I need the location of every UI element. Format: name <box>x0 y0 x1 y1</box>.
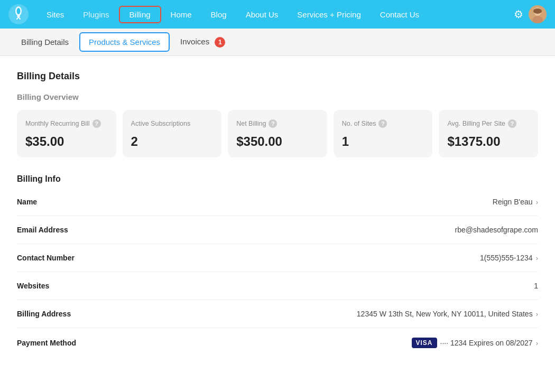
chevron-address-icon: › <box>536 310 538 318</box>
nav-right: ⚙ <box>514 5 547 23</box>
nav-about[interactable]: About Us <box>236 7 288 22</box>
chevron-payment-icon: › <box>536 339 538 347</box>
card-active-subs-label: Active Subscriptions <box>131 119 214 128</box>
info-value-websites: 1 <box>534 282 538 290</box>
payment-card-details: ···· 1234 Expires on 08/2027 <box>440 339 533 347</box>
page-title: Billing Details <box>17 71 538 82</box>
info-label-address: Billing Address <box>17 310 71 318</box>
info-value-contact: 1(555)555-1234 › <box>480 254 538 262</box>
info-label-contact: Contact Number <box>17 254 75 262</box>
billing-cards: Monthly Recurring Bill ? $35.00 Active S… <box>17 110 538 157</box>
nav-home[interactable]: Home <box>161 7 201 22</box>
info-row-address[interactable]: Billing Address 12345 W 13th St, New Yor… <box>17 300 538 328</box>
overview-title: Billing Overview <box>17 92 538 101</box>
nav-links: Sites Plugins Billing Home Blog About Us… <box>37 6 514 23</box>
help-avg-billing-icon[interactable]: ? <box>508 119 516 128</box>
chevron-name-icon: › <box>536 198 538 206</box>
sub-navigation: Billing Details Products & Services Invo… <box>0 29 555 56</box>
nav-contact[interactable]: Contact Us <box>371 7 429 22</box>
billing-info-title: Billing Info <box>17 174 538 184</box>
card-monthly-bill: Monthly Recurring Bill ? $35.00 <box>17 110 116 157</box>
info-label-email: Email Address <box>17 226 68 234</box>
chevron-contact-icon: › <box>536 254 538 262</box>
user-avatar[interactable] <box>529 5 547 23</box>
info-row-name[interactable]: Name Reign B'eau › <box>17 188 538 216</box>
nav-billing[interactable]: Billing <box>119 6 161 23</box>
info-row-websites: Websites 1 <box>17 272 538 300</box>
top-navigation: Sites Plugins Billing Home Blog About Us… <box>0 0 555 29</box>
card-monthly-bill-value: $35.00 <box>25 134 108 149</box>
main-content: Billing Details Billing Overview Monthly… <box>0 56 555 392</box>
help-sites-icon[interactable]: ? <box>378 119 387 128</box>
info-value-name: Reign B'eau › <box>493 198 538 206</box>
card-avg-billing-value: $1375.00 <box>447 134 530 149</box>
invoice-count-badge: 1 <box>215 37 225 48</box>
svg-point-2 <box>17 8 21 14</box>
card-avg-billing-label: Avg. Billing Per Site ? <box>447 119 530 128</box>
subnav-products-services[interactable]: Products & Services <box>79 32 170 52</box>
info-value-payment: VISA ···· 1234 Expires on 08/2027 › <box>412 338 538 348</box>
nav-sites[interactable]: Sites <box>37 7 73 22</box>
info-value-email: rbe@shadesofgrape.com <box>455 226 538 234</box>
card-active-subs-value: 2 <box>131 134 214 149</box>
card-avg-billing: Avg. Billing Per Site ? $1375.00 <box>439 110 538 157</box>
subnav-invoices[interactable]: Invoices 1 <box>172 33 234 52</box>
card-net-billing-label: Net Billing ? <box>236 119 319 128</box>
card-monthly-bill-label: Monthly Recurring Bill ? <box>25 119 108 128</box>
card-net-billing: Net Billing ? $350.00 <box>228 110 327 157</box>
info-row-contact[interactable]: Contact Number 1(555)555-1234 › <box>17 244 538 272</box>
logo[interactable] <box>8 4 29 24</box>
nav-services[interactable]: Services + Pricing <box>288 7 370 22</box>
help-net-billing-icon[interactable]: ? <box>269 119 277 128</box>
subnav-billing-details[interactable]: Billing Details <box>13 33 77 51</box>
nav-plugins[interactable]: Plugins <box>73 7 118 22</box>
card-sites-label: No. of Sites ? <box>342 119 424 128</box>
help-monthly-bill-icon[interactable]: ? <box>92 119 101 128</box>
info-row-payment[interactable]: Payment Method VISA ···· 1234 Expires on… <box>17 328 538 358</box>
svg-point-10 <box>533 8 542 14</box>
info-row-email: Email Address rbe@shadesofgrape.com <box>17 216 538 244</box>
card-no-of-sites: No. of Sites ? 1 <box>334 110 433 157</box>
info-label-payment: Payment Method <box>17 339 76 347</box>
nav-blog[interactable]: Blog <box>201 7 236 22</box>
settings-icon[interactable]: ⚙ <box>514 8 523 21</box>
visa-badge: VISA <box>412 338 437 348</box>
info-label-websites: Websites <box>17 282 49 290</box>
info-label-name: Name <box>17 198 37 206</box>
card-sites-value: 1 <box>342 134 424 149</box>
card-active-subscriptions: Active Subscriptions 2 <box>123 110 222 157</box>
info-value-address: 12345 W 13th St, New York, NY 10011, Uni… <box>357 310 538 318</box>
card-net-billing-value: $350.00 <box>236 134 319 149</box>
